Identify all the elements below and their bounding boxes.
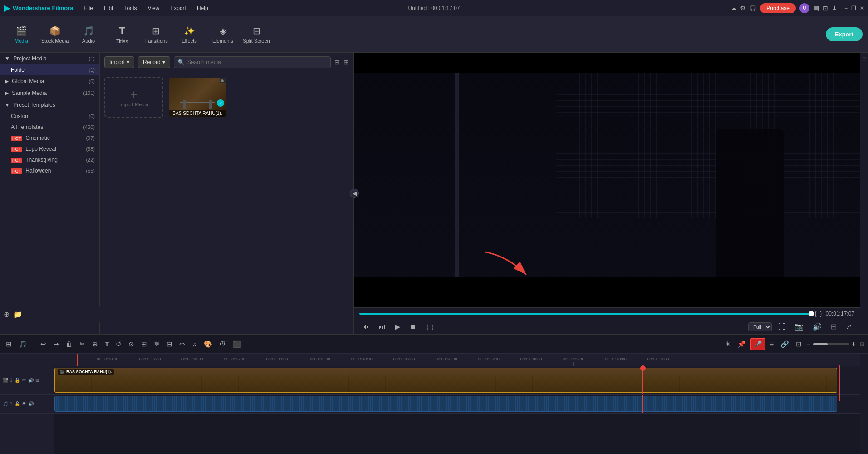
group-button[interactable]: ⊞ xyxy=(139,339,149,350)
toolbar-transitions[interactable]: ⊞ Transitions xyxy=(140,19,172,50)
freeze-button[interactable]: ❄ xyxy=(152,339,162,350)
toolbar-titles[interactable]: T Titles xyxy=(106,19,138,50)
sidebar-section-project-media[interactable]: ▼ Project Media (1) xyxy=(0,53,99,64)
filter-icon[interactable]: ⊟ xyxy=(334,59,340,66)
split-button[interactable]: ⊟ xyxy=(164,339,175,350)
stop-button[interactable]: ⏹ xyxy=(407,322,419,332)
toolbar-elements[interactable]: ◈ Elements xyxy=(207,19,239,50)
add-media-button[interactable]: ⊞ xyxy=(4,339,14,350)
grid-icon[interactable]: ⊞ xyxy=(343,59,349,66)
audio-lock-icon[interactable]: 🔓 xyxy=(15,401,20,406)
search-input[interactable] xyxy=(187,59,327,65)
video-clip[interactable]: 🎬 BAS SOCHTA RAHU(1). xyxy=(54,368,837,393)
cut-button[interactable]: ✂ xyxy=(77,339,88,350)
user-avatar[interactable]: U xyxy=(799,3,809,13)
minimize-button[interactable]: − xyxy=(844,5,848,11)
layout-toggle-button[interactable]: ⊟ xyxy=(828,321,839,332)
track-lock-icon[interactable]: 🔓 xyxy=(15,378,20,383)
download-icon[interactable]: ⬇ xyxy=(832,5,837,12)
redo-button[interactable]: ↪ xyxy=(51,339,61,350)
import-button[interactable]: Import ▾ xyxy=(104,56,134,68)
audio-button[interactable]: ♬ xyxy=(190,339,199,349)
menu-view[interactable]: View xyxy=(146,3,161,13)
sidebar-item-all-templates[interactable]: All Templates (450) xyxy=(0,122,99,133)
magnet-button[interactable]: ⊙ xyxy=(126,339,137,350)
menu-edit[interactable]: Edit xyxy=(102,3,115,13)
sidebar-item-halloween[interactable]: HOT Halloween (55) xyxy=(0,165,99,176)
marker-button[interactable]: 📌 xyxy=(735,339,748,350)
volume-button[interactable]: 🔊 xyxy=(810,321,824,332)
transform-button[interactable]: ⇔ xyxy=(177,339,187,350)
menu-tools[interactable]: Tools xyxy=(122,3,138,13)
zoom-slider[interactable] xyxy=(813,343,849,345)
menu-export[interactable]: Export xyxy=(168,3,188,13)
record-button[interactable]: Record ▾ xyxy=(138,56,170,68)
track-eye-icon[interactable]: 👁 xyxy=(22,378,26,383)
timeline-playhead xyxy=(642,366,643,394)
app-logo-icon: ▶ xyxy=(4,3,10,13)
track-vol-icon[interactable]: 🔊 xyxy=(28,378,34,383)
microphone-button[interactable]: 🎤 xyxy=(750,338,765,350)
sidebar-section-global-media[interactable]: ▶ Global Media (0) xyxy=(0,75,99,87)
cloud-icon[interactable]: ☁ xyxy=(731,5,736,11)
audio-clip[interactable] xyxy=(54,396,837,412)
menu-help[interactable]: Help xyxy=(195,3,210,13)
sidebar-item-thanksgiving[interactable]: HOT Thanksgiving (22) xyxy=(0,154,99,165)
speed-button[interactable]: ⏱ xyxy=(217,339,228,349)
sidebar-item-folder[interactable]: Folder (1) xyxy=(0,64,99,75)
layout-icon[interactable]: ▤ xyxy=(813,5,819,12)
window-control-icon[interactable]: ⊡ xyxy=(823,5,828,12)
progress-handle[interactable] xyxy=(809,311,814,316)
delete-button[interactable]: 🗑 xyxy=(64,339,75,349)
panel-collapse-arrow[interactable]: ◀ xyxy=(350,189,359,198)
export-button[interactable]: Export xyxy=(826,27,863,41)
headphone-icon[interactable]: 🎧 xyxy=(750,5,756,11)
snapshot-button[interactable]: 📷 xyxy=(792,321,806,332)
toolbar-audio[interactable]: 🎵 Audio xyxy=(73,19,104,50)
toolbar-effects[interactable]: ✨ Effects xyxy=(173,19,205,50)
text-button[interactable]: T xyxy=(103,339,111,349)
purchase-button[interactable]: Purchase xyxy=(760,3,796,13)
toolbar-media[interactable]: 🎬 Media xyxy=(5,19,37,50)
quality-select[interactable]: Full 1/2 1/4 xyxy=(748,322,772,331)
sidebar-folder-icon[interactable]: 📁 xyxy=(13,310,22,319)
progress-bar[interactable] xyxy=(359,313,811,315)
sidebar-item-custom[interactable]: Custom (0) xyxy=(0,111,99,122)
zoom-out-button[interactable]: − xyxy=(806,340,810,348)
sidebar-section-sample-media[interactable]: ▶ Sample Media (101) xyxy=(0,87,99,99)
ruler-label-cell xyxy=(0,354,54,366)
zoom-in-button[interactable]: + xyxy=(852,340,856,348)
track-collapse-icon[interactable]: ⊟ xyxy=(35,378,39,383)
audio-mix-button[interactable]: ≡ xyxy=(768,339,776,349)
close-button[interactable]: ✕ xyxy=(860,5,864,11)
color-button[interactable]: 🎨 xyxy=(201,339,215,350)
menu-file[interactable]: File xyxy=(82,3,94,13)
refresh-button[interactable]: ↺ xyxy=(113,339,124,350)
sidebar-item-cinematic[interactable]: HOT Cinematic (97) xyxy=(0,133,99,143)
restore-button[interactable]: ❐ xyxy=(851,5,856,11)
sidebar-add-icon[interactable]: ⊕ xyxy=(4,310,10,319)
sidebar-item-logo-reveal[interactable]: HOT Logo Reveal (38) xyxy=(0,143,99,154)
audio-vol-icon[interactable]: 🔊 xyxy=(28,401,34,406)
add-audio-button[interactable]: 🎵 xyxy=(16,339,29,350)
crop-button[interactable]: ⊕ xyxy=(90,339,100,350)
step-back-button[interactable]: ⏭ xyxy=(376,322,388,332)
settings-icon[interactable]: ⚙ xyxy=(740,5,746,12)
link-button[interactable]: 🔗 xyxy=(778,339,791,350)
rewind-button[interactable]: ⏮ xyxy=(359,322,372,332)
undo-button[interactable]: ↩ xyxy=(38,339,49,350)
play-button[interactable]: ▶ xyxy=(392,321,403,332)
pip-button[interactable]: ⬛ xyxy=(230,339,244,350)
light-button[interactable]: ☀ xyxy=(722,339,733,350)
import-placeholder[interactable]: + Import Media xyxy=(104,77,163,118)
toolbar-stock-media[interactable]: 📦 Stock Media xyxy=(39,19,71,50)
expand-button[interactable]: ⤢ xyxy=(843,321,854,332)
media-item-bas-sochta[interactable]: ⊞ BAS SOCHTA RAHU(1). ✓ xyxy=(168,77,227,118)
timeline-scroll-area[interactable]: 00:00:10:0000:00:15:0000:00:20:0000:00:2… xyxy=(54,354,860,454)
video-frame xyxy=(354,53,860,307)
toolbar-split-screen[interactable]: ⊟ Split Screen xyxy=(240,19,272,50)
keyframe-button[interactable]: ⊡ xyxy=(794,339,804,350)
audio-eye-icon[interactable]: 👁 xyxy=(22,401,26,406)
fullscreen-button[interactable]: ⛶ xyxy=(775,322,788,332)
sidebar-section-preset-templates[interactable]: ▼ Preset Templates xyxy=(0,99,99,111)
